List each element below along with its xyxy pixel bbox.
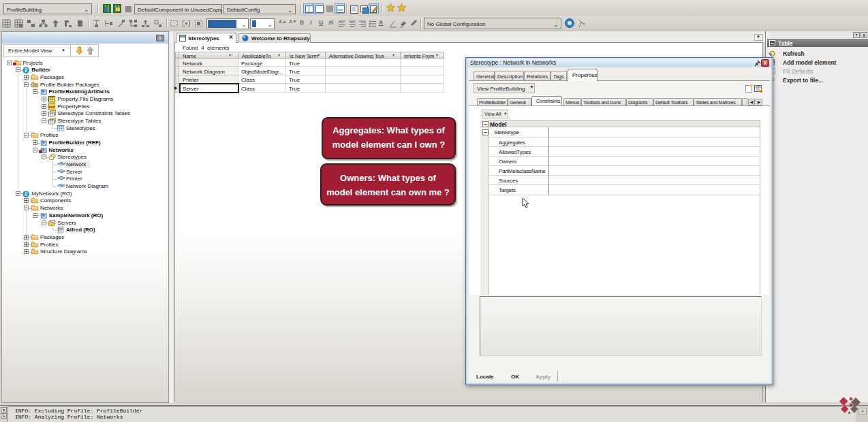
svg-text:R: R — [24, 191, 28, 197]
svg-text:PRP: PRP — [49, 105, 55, 108]
svg-text:R: R — [24, 68, 28, 74]
